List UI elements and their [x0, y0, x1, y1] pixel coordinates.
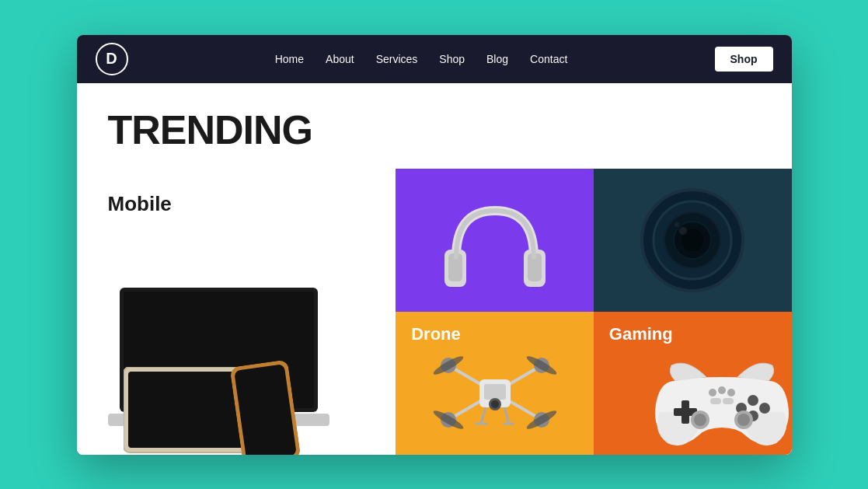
svg-point-41: [748, 395, 758, 406]
svg-rect-5: [128, 372, 247, 448]
mobile-title: Mobile: [108, 192, 373, 216]
svg-rect-32: [484, 384, 506, 400]
mobile-devices-illustration: [100, 276, 389, 455]
nav-services[interactable]: Services: [376, 53, 418, 65]
trending-header: TRENDING: [77, 83, 792, 169]
svg-point-48: [694, 414, 706, 426]
browser-window: D Home About Services Shop Blog Contact …: [77, 35, 792, 455]
svg-point-18: [675, 222, 679, 227]
nav-blog[interactable]: Blog: [486, 53, 508, 65]
navbar: D Home About Services Shop Blog Contact …: [77, 35, 792, 83]
svg-point-50: [737, 414, 750, 426]
svg-rect-45: [710, 398, 721, 404]
headphones-svg: [433, 187, 557, 312]
svg-rect-46: [723, 398, 734, 404]
svg-line-36: [504, 407, 509, 424]
main-content: TRENDING Mobile: [77, 83, 792, 455]
svg-point-17: [679, 227, 687, 235]
nav-shop[interactable]: Shop: [439, 53, 465, 65]
product-cell-gaming[interactable]: Gaming: [594, 312, 792, 455]
trending-title: TRENDING: [108, 107, 761, 153]
product-cell-camera[interactable]: [594, 169, 792, 312]
product-cell-headphones[interactable]: [396, 169, 594, 312]
svg-point-34: [491, 400, 499, 408]
logo[interactable]: D: [96, 43, 128, 75]
svg-point-53: [727, 389, 735, 396]
nav-about[interactable]: About: [326, 53, 354, 65]
svg-point-52: [718, 386, 726, 394]
nav-contact[interactable]: Contact: [530, 53, 567, 65]
nav-home[interactable]: Home: [275, 53, 304, 65]
product-cell-mobile[interactable]: Mobile: [77, 169, 396, 455]
product-grid: Mobile: [77, 169, 792, 455]
camera-lens-svg: [638, 186, 747, 295]
product-cell-drone[interactable]: Drone: [396, 312, 594, 455]
svg-point-42: [759, 403, 770, 414]
gamepad-svg: [644, 334, 792, 455]
svg-point-51: [709, 389, 716, 396]
shop-cta-button[interactable]: Shop: [715, 47, 773, 72]
drone-svg: [425, 334, 565, 451]
svg-line-35: [481, 407, 486, 424]
nav-links: Home About Services Shop Blog Contact: [275, 53, 568, 65]
